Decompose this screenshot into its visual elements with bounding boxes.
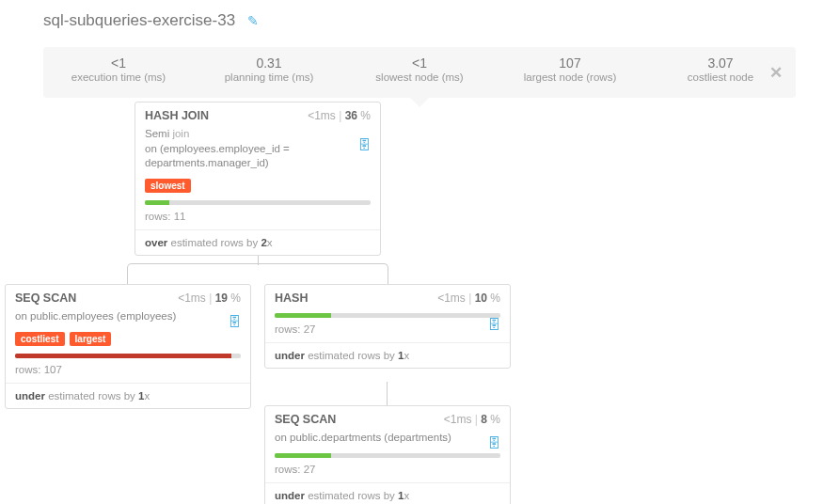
stat-exec-time: <1execution time (ms): [43, 55, 194, 83]
node-seq-scan-departments[interactable]: SEQ SCAN<1ms | 8 % on public.departments…: [264, 405, 511, 504]
badge-slowest: slowest: [145, 179, 191, 193]
stat-slowest: <1slowest node (ms): [344, 55, 495, 83]
database-icon[interactable]: 🗄: [487, 317, 500, 332]
node-desc: on public.departments (departments)🗄: [265, 431, 510, 453]
node-desc: Semi joinon (employees.employee_id = dep…: [135, 127, 380, 179]
edit-icon[interactable]: ✎: [247, 13, 259, 28]
node-name: SEQ SCAN: [275, 413, 336, 426]
node-meta: <1ms | 8 %: [444, 413, 500, 426]
database-icon[interactable]: 🗄: [357, 136, 371, 154]
node-desc: on public.employees (employees)🗄: [6, 309, 250, 332]
stat-plan-time: 0.31planning time (ms): [194, 55, 344, 83]
plan-diagram[interactable]: HASH JOIN<1ms | 36 % Semi joinon (employ…: [0, 102, 839, 504]
estimate-text: under estimated rows by 1x: [265, 342, 510, 368]
database-icon[interactable]: 🗄: [487, 434, 500, 452]
estimate-text: under estimated rows by 1x: [6, 383, 250, 408]
node-hash[interactable]: HASH<1ms | 10 % 🗄 rows: 27 under estimat…: [264, 284, 511, 369]
estimate-text: under estimated rows by 1x: [265, 482, 510, 504]
plan-name: sql-subqueries-exercise-33: [43, 11, 235, 29]
node-name: SEQ SCAN: [15, 291, 76, 305]
database-icon[interactable]: 🗄: [228, 313, 241, 331]
page-title: sql-subqueries-exercise-33 ✎: [0, 0, 839, 30]
connector: [127, 263, 388, 286]
rows-bar: [275, 313, 500, 318]
rows-bar: [275, 453, 500, 458]
stats-bar: <1execution time (ms) 0.31planning time …: [43, 47, 796, 98]
badge-largest: largest: [70, 332, 112, 346]
rows-bar: [145, 200, 371, 205]
node-name: HASH JOIN: [145, 109, 209, 122]
node-hash-join[interactable]: HASH JOIN<1ms | 36 % Semi joinon (employ…: [135, 102, 381, 256]
estimate-text: over estimated rows by 2x: [135, 229, 380, 255]
node-name: HASH: [275, 291, 308, 305]
rows-text: rows: 11: [135, 211, 380, 229]
badge-costliest: costliest: [15, 332, 65, 346]
node-meta: <1ms | 36 %: [308, 109, 371, 122]
node-meta: <1ms | 10 %: [437, 291, 500, 305]
close-icon[interactable]: ✕: [769, 63, 783, 83]
rows-text: rows: 27: [265, 464, 510, 482]
rows-text: rows: 27: [265, 323, 510, 342]
stat-largest: 107largest node (rows): [495, 55, 645, 83]
connector: [387, 382, 388, 406]
node-meta: <1ms | 19 %: [178, 291, 241, 305]
node-seq-scan-employees[interactable]: SEQ SCAN<1ms | 19 % on public.employees …: [5, 284, 251, 409]
rows-bar: [15, 354, 241, 358]
rows-text: rows: 107: [6, 364, 250, 383]
